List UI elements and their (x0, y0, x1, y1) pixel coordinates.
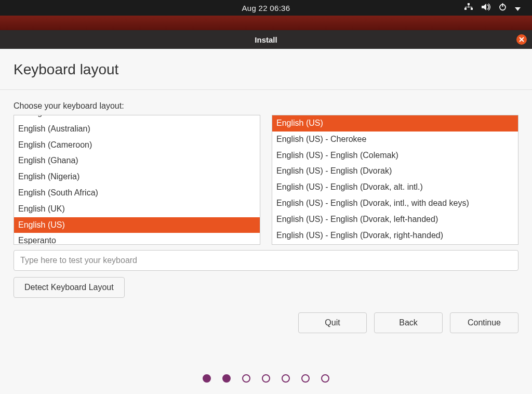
power-icon[interactable] (499, 3, 507, 12)
svg-marker-7 (482, 4, 486, 10)
variant-item[interactable]: English (US) - Cherokee (272, 132, 518, 148)
svg-rect-9 (502, 3, 503, 7)
window-titlebar: Install (0, 30, 532, 49)
layout-item[interactable]: English (Nigeria) (14, 169, 260, 185)
svg-rect-6 (472, 7, 472, 8)
variant-item[interactable]: English (US) - English (Dvorak, intl., w… (272, 195, 518, 212)
volume-icon[interactable] (482, 3, 490, 12)
progress-dots (0, 374, 532, 383)
variant-item[interactable]: English (US) - English (Dvorak, left-han… (272, 212, 518, 228)
layout-item[interactable]: English (Cameroon) (14, 137, 260, 153)
keyboard-test-input[interactable] (14, 250, 518, 271)
layout-lists: DzongkhaEnglish (Australian)English (Cam… (14, 115, 518, 245)
progress-dot (203, 374, 211, 383)
progress-dot (242, 374, 250, 383)
detect-layout-button[interactable]: Detect Keyboard Layout (14, 277, 125, 298)
variant-item[interactable]: English (US) (272, 115, 518, 132)
top-status-bar: Aug 22 06:36 (0, 0, 532, 16)
layout-item[interactable]: English (UK) (14, 201, 260, 217)
chevron-down-icon[interactable] (515, 4, 521, 12)
variant-item[interactable]: English (US) - English (Macintosh) (272, 243, 518, 245)
layout-item[interactable]: English (South Africa) (14, 185, 260, 201)
svg-rect-5 (466, 7, 466, 8)
layout-item[interactable]: English (Ghana) (14, 153, 260, 169)
back-button[interactable]: Back (374, 312, 443, 333)
progress-dot (321, 374, 329, 383)
layout-item[interactable]: English (Australian) (14, 121, 260, 137)
variant-item[interactable]: English (US) - English (Dvorak, right-ha… (272, 228, 518, 244)
svg-rect-0 (468, 3, 470, 5)
progress-dot (301, 374, 310, 383)
detect-row: Detect Keyboard Layout (14, 277, 518, 298)
progress-dot (262, 374, 270, 383)
svg-marker-10 (515, 7, 521, 11)
layout-item[interactable]: Dzongkha (14, 115, 260, 121)
progress-dot (282, 374, 290, 383)
installer-window: Install Keyboard layout Choose your keyb… (0, 30, 532, 394)
continue-button[interactable]: Continue (450, 312, 518, 333)
divider (0, 89, 532, 90)
progress-dot (222, 374, 231, 383)
close-button[interactable] (516, 34, 527, 45)
red-backdrop-strip (0, 16, 532, 30)
svg-rect-4 (466, 7, 472, 7)
variant-item[interactable]: English (US) - English (Dvorak) (272, 163, 518, 179)
variant-listbox[interactable]: English (US)English (US) - CherokeeEngli… (272, 115, 518, 245)
svg-rect-3 (469, 5, 469, 8)
network-icon[interactable] (464, 3, 473, 12)
navigation-row: Quit Back Continue (14, 312, 518, 333)
layout-item[interactable]: Esperanto (14, 233, 260, 245)
variant-item[interactable]: English (US) - English (Colemak) (272, 148, 518, 164)
clock-label: Aug 22 06:36 (242, 4, 290, 12)
close-icon (519, 37, 524, 42)
page-title: Keyboard layout (14, 61, 518, 78)
choose-label: Choose your keyboard layout: (14, 101, 518, 111)
system-tray (464, 3, 521, 12)
content-area: Keyboard layout Choose your keyboard lay… (0, 49, 532, 394)
layout-listbox[interactable]: DzongkhaEnglish (Australian)English (Cam… (14, 115, 260, 245)
layout-item[interactable]: English (US) (14, 217, 260, 233)
variant-item[interactable]: English (US) - English (Dvorak, alt. int… (272, 179, 518, 195)
window-title: Install (255, 35, 277, 44)
quit-button[interactable]: Quit (298, 312, 367, 333)
